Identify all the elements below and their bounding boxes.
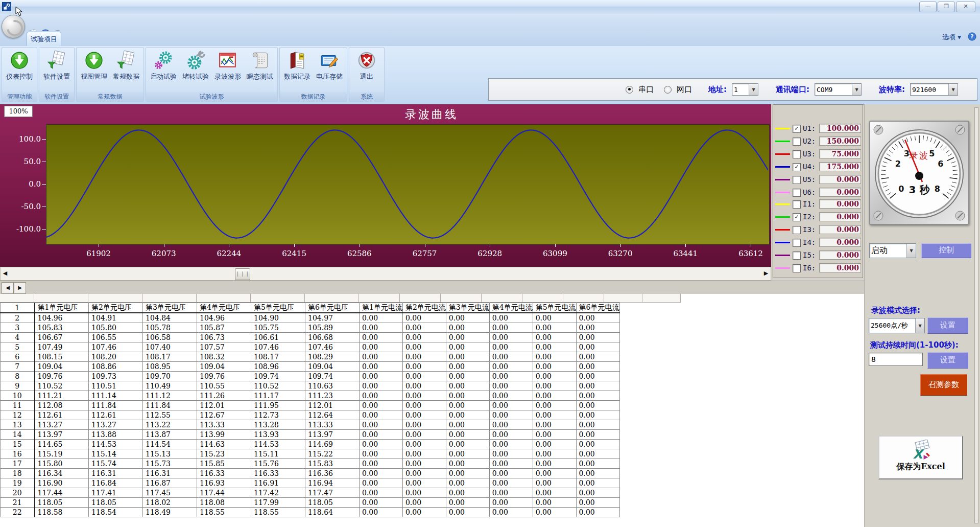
ribbon-button-green-download[interactable]: 视图管理 <box>78 49 110 89</box>
table-cell: 0.00 <box>446 352 489 361</box>
ribbon-button-gears[interactable]: 启动试验 <box>148 49 179 89</box>
ribbon-button-green-download[interactable]: 仪表控制 <box>4 49 35 89</box>
channel-value: 0.000 <box>819 263 861 272</box>
duration-set-button[interactable]: 设置 <box>927 352 968 369</box>
record-mode-label: 录波模式选择: <box>871 306 920 315</box>
table-cell: 0.00 <box>489 342 533 352</box>
baud-rate-select[interactable]: 921600▼ <box>910 83 958 96</box>
table-row: 13113.27113.27113.22113.33113.28113.330.… <box>1 420 620 429</box>
x-axis-tick-mark <box>751 244 751 247</box>
table-cell: 0.00 <box>533 371 576 381</box>
save-excel-button[interactable]: X 保存为Excel <box>878 436 963 479</box>
network-radio[interactable] <box>664 86 672 94</box>
ribbon-group-caption: 系统 <box>349 92 384 102</box>
table-cell: 115.23 <box>197 449 251 459</box>
channel-checkbox[interactable] <box>793 239 801 247</box>
table-row: 6108.15108.20108.17108.32108.17108.290.0… <box>1 352 620 361</box>
table-cell: 0.00 <box>360 449 403 459</box>
ribbon-button-gear-wrench[interactable]: 堵转试验 <box>180 49 211 89</box>
table-row: 9110.52110.51110.49110.55110.52110.630.0… <box>1 381 620 391</box>
help-icon[interactable]: ? <box>968 32 976 41</box>
panel-scrollbar[interactable] <box>974 107 978 523</box>
data-table-area[interactable]: 1第1单元电压第2单元电压第3单元电压第4单元电压第5单元电压第6单元电压第1单… <box>0 294 864 527</box>
table-cell: 105.87 <box>197 323 251 332</box>
column-header: 第3单元电流 <box>446 303 489 313</box>
channel-checkbox[interactable] <box>793 226 801 234</box>
ribbon-button-sheet-filter[interactable]: 软件设置 <box>41 49 73 89</box>
duration-input[interactable] <box>869 353 923 366</box>
ribbon-button-sheet-filter[interactable]: 常规数据 <box>110 49 142 89</box>
close-button[interactable]: ✕ <box>956 2 975 12</box>
table-cell: 0.00 <box>533 352 576 361</box>
table-cell: 0.00 <box>489 488 533 497</box>
gauge-number: 2 <box>895 159 901 169</box>
maximize-button[interactable]: ❐ <box>938 2 955 12</box>
table-cell: 0.00 <box>489 313 533 323</box>
channel-label: U1: <box>803 124 816 132</box>
data-table[interactable]: 1第1单元电压第2单元电压第3单元电压第4单元电压第5单元电压第6单元电压第1单… <box>0 303 620 517</box>
sheet-tab-left-icon[interactable]: ◀ <box>2 282 14 294</box>
channel-color-swatch <box>775 255 790 256</box>
table-cell: 0.00 <box>402 352 446 361</box>
channel-checkbox[interactable] <box>793 264 801 272</box>
channel-checkbox[interactable] <box>793 200 801 209</box>
start-mode-select[interactable]: 启动 ▼ <box>869 243 916 258</box>
channel-row-i4: I4:0.000 <box>773 237 863 248</box>
serial-radio[interactable] <box>626 86 633 94</box>
comm-port-select[interactable]: COM9▼ <box>815 83 862 96</box>
chart-scrollbar-thumb[interactable]: ❘❘❘ <box>235 268 250 280</box>
channel-checkbox[interactable]: ✓ <box>793 125 801 133</box>
channel-checkbox[interactable] <box>793 138 801 146</box>
table-cell: 0.00 <box>360 478 403 488</box>
ribbon-button-exit-shield[interactable]: 退出 <box>351 49 383 89</box>
chart-scrollbar-track[interactable] <box>0 267 771 281</box>
table-cell: 0.00 <box>402 410 446 420</box>
query-params-button[interactable]: 召测参数 <box>920 374 967 396</box>
table-row: 16115.19115.14115.13115.23115.11115.220.… <box>1 449 620 459</box>
column-header: 第4单元电流 <box>489 303 533 313</box>
application-menu-button[interactable] <box>2 15 25 38</box>
ribbon-button-notebook-pencil[interactable]: 电压存储 <box>314 49 345 89</box>
title-bar: — ❐ ✕ <box>0 0 980 14</box>
ribbon-button-waveform[interactable]: 录波波形 <box>212 49 244 89</box>
table-cell: 107.46 <box>251 342 305 352</box>
channel-checkbox[interactable]: ✓ <box>793 213 801 221</box>
channel-checkbox[interactable] <box>793 251 801 260</box>
channel-label: I3: <box>803 225 816 234</box>
table-cell: 115.22 <box>305 449 360 459</box>
ribbon-button-label: 录波波形 <box>214 72 241 81</box>
table-cell: 118.58 <box>35 507 89 517</box>
scroll-right-icon[interactable]: ▶ <box>762 269 770 278</box>
channel-checkbox[interactable] <box>793 150 801 158</box>
tab-test-items[interactable]: 试验项目 <box>27 32 61 47</box>
record-mode-set-button[interactable]: 设置 <box>927 317 968 334</box>
table-cell: 106.68 <box>305 332 360 342</box>
channel-checkbox[interactable] <box>793 189 801 197</box>
table-cell: 0.00 <box>360 381 403 391</box>
sheet-tab-right-icon[interactable]: ▶ <box>14 282 26 294</box>
record-mode-select[interactable]: 25600点/秒 ▼ <box>869 318 925 333</box>
x-axis-tick-mark <box>425 244 425 247</box>
ribbon-button-label: 退出 <box>360 72 373 81</box>
channel-checkbox[interactable] <box>793 176 801 184</box>
ribbon-button-scroll[interactable]: 瞬态测试 <box>244 49 276 89</box>
ribbon-button-red-book[interactable]: 数据记录 <box>281 49 313 89</box>
table-cell: 112.64 <box>305 410 360 420</box>
table-cell: 118.49 <box>143 507 197 517</box>
scroll-left-icon[interactable]: ◀ <box>1 269 9 278</box>
chart-title: 录波曲线 <box>0 107 771 122</box>
x-axis-tick-label: 63270 <box>597 249 643 258</box>
options-menu[interactable]: 选项 ▾ <box>942 33 961 42</box>
channel-label: U6: <box>803 188 816 196</box>
address-select[interactable]: 1▼ <box>732 83 758 96</box>
header-strip-cell <box>34 294 88 303</box>
y-axis-tick-mark <box>42 162 46 162</box>
channel-row-u4: ✓U4:175.000 <box>773 162 863 173</box>
table-cell: 0.00 <box>576 488 619 497</box>
table-cell: 0.00 <box>446 323 489 332</box>
table-cell: 0.00 <box>533 410 576 420</box>
channel-checkbox[interactable]: ✓ <box>793 163 801 171</box>
minimize-button[interactable]: — <box>919 2 937 12</box>
table-cell: 116.33 <box>251 468 305 478</box>
control-button[interactable]: 控制 <box>921 243 971 258</box>
